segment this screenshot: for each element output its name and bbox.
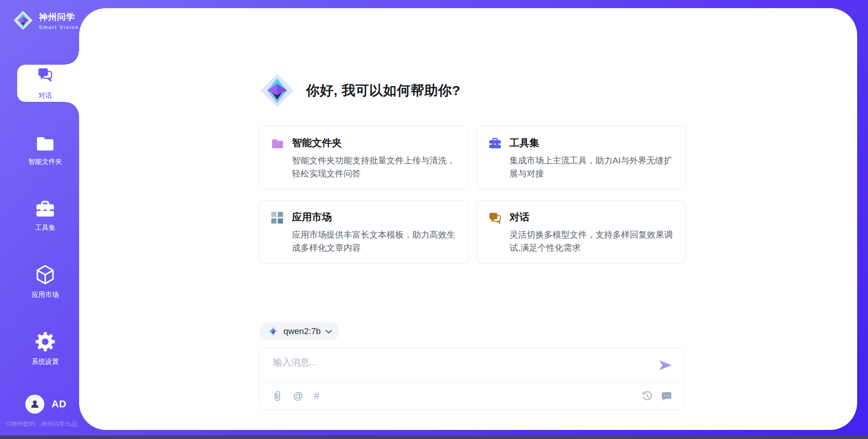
composer-toolbar: @ #	[272, 383, 672, 409]
card-description: 灵活切换多模型文件，支持多样回复效果调试,满足个性化需求	[509, 228, 675, 255]
message-composer: @ #	[259, 348, 684, 410]
tab-curve-bottom	[66, 102, 79, 115]
brand-subtitle: Smart Vision	[39, 24, 79, 30]
greeting-diamond-icon	[259, 72, 295, 109]
copyright-footer: ©神州数码 · 神州问学出品	[6, 420, 77, 428]
sidebar-item-label: 智能文件夹	[5, 157, 85, 166]
sidebar-item-settings[interactable]: 系统设置	[5, 331, 85, 366]
model-name: qwen2:7b	[283, 326, 321, 336]
send-icon[interactable]	[659, 360, 672, 371]
feature-cards-grid: 智能文件夹 智能文件夹功能支持批量文件上传与清洗，轻松实现文件问答 工具集 集成…	[259, 126, 686, 263]
chat-bubble-icon[interactable]	[661, 391, 672, 401]
history-icon[interactable]	[642, 391, 653, 402]
sidebar-item-label: 工具集	[5, 224, 85, 232]
avatar	[25, 395, 44, 414]
brand-logo-block: 神州问学 Smart Vision	[13, 10, 79, 31]
sidebar-item-tools[interactable]: 工具集	[5, 200, 85, 232]
chat-icon	[37, 67, 53, 83]
card-title: 智能文件夹	[292, 136, 458, 150]
sidebar-item-chat[interactable]: 对话	[17, 65, 80, 102]
hash-topic-icon[interactable]: #	[314, 391, 319, 401]
user-name: AD	[52, 398, 66, 410]
card-app-market[interactable]: 应用市场 应用市场提供丰富长文本模板，助力高效生成多样化文章内容	[259, 200, 468, 263]
card-chat[interactable]: 对话 灵活切换多模型文件，支持多样回复效果调试,满足个性化需求	[476, 200, 686, 263]
toolbox-icon	[5, 200, 85, 218]
sidebar-item-folders[interactable]: 智能文件夹	[5, 134, 85, 166]
card-title: 应用市场	[292, 210, 458, 224]
paperclip-icon[interactable]	[272, 390, 282, 402]
cube-icon	[5, 264, 85, 285]
card-title: 工具集	[509, 136, 675, 150]
card-smart-folder[interactable]: 智能文件夹 智能文件夹功能支持批量文件上传与清洗，轻松实现文件问答	[259, 126, 468, 189]
gear-icon	[5, 331, 85, 352]
folder-icon	[5, 134, 85, 152]
chevron-down-icon	[326, 330, 332, 334]
folder-icon	[271, 137, 284, 181]
chat-icon	[488, 211, 502, 255]
toolbox-icon	[488, 137, 502, 181]
card-description: 集成市场上主流工具，助力AI与外界无缝扩展与对接	[509, 154, 675, 181]
card-toolset[interactable]: 工具集 集成市场上主流工具，助力AI与外界无缝扩展与对接	[476, 126, 686, 189]
card-description: 应用市场提供丰富长文本模板，助力高效生成多样化文章内容	[292, 228, 458, 255]
card-description: 智能文件夹功能支持批量文件上传与清洗，轻松实现文件问答	[292, 154, 458, 181]
brand-title: 神州问学	[39, 11, 79, 23]
sidebar-item-label: 系统设置	[5, 358, 85, 366]
user-account[interactable]: AD	[25, 395, 66, 414]
greeting-block: 你好, 我可以如何帮助你?	[259, 72, 461, 109]
at-mention-icon[interactable]: @	[293, 391, 303, 401]
message-input[interactable]	[273, 356, 639, 380]
page-bottom-strip	[0, 435, 868, 439]
greeting-text: 你好, 我可以如何帮助你?	[306, 81, 461, 100]
sidebar-item-label: 应用市场	[5, 291, 85, 299]
card-title: 对话	[509, 210, 675, 224]
grid-icon	[271, 211, 284, 255]
brand-diamond-icon	[13, 10, 33, 31]
sidebar-item-label: 对话	[38, 91, 52, 100]
model-selector[interactable]: qwen2:7b	[260, 322, 340, 340]
sidebar-item-apps[interactable]: 应用市场	[5, 264, 85, 299]
model-diamond-icon	[268, 326, 278, 337]
tab-curve-top	[66, 51, 79, 65]
